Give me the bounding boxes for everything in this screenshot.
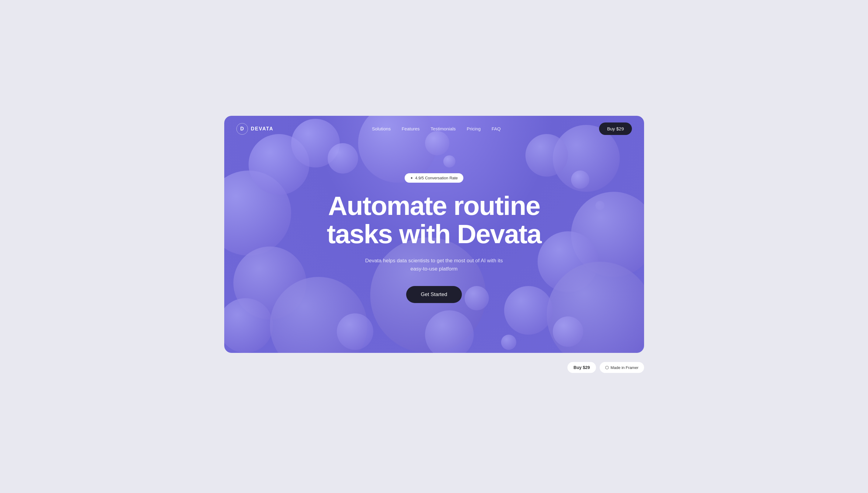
framer-badge: ⬡ Made in Framer: [600, 362, 644, 373]
logo-area: D DEVATA: [236, 123, 274, 135]
framer-icon: ⬡: [605, 365, 609, 370]
hero-subtitle: Devata helps data scientists to get the …: [361, 257, 507, 273]
logo-text: DEVATA: [251, 126, 274, 132]
hero-title: Automate routine tasks with Devata: [327, 192, 541, 248]
star-icon: ✦: [410, 176, 413, 180]
nav-item-pricing[interactable]: Pricing: [467, 126, 481, 132]
hero-card: D DEVATA Solutions Features Testimonials…: [224, 116, 644, 353]
badge-text: 4.9/5 Conversation Rate: [415, 176, 458, 180]
bottom-bar: Buy $29 ⬡ Made in Framer: [224, 358, 644, 377]
framer-label: Made in Framer: [611, 365, 639, 370]
logo-icon: D: [236, 123, 248, 135]
hero-content: ✦ 4.9/5 Conversation Rate Automate routi…: [224, 142, 644, 353]
nav-item-solutions[interactable]: Solutions: [372, 126, 391, 132]
nav-links: Solutions Features Testimonials Pricing …: [372, 126, 501, 132]
hero-title-line1: Automate routine: [328, 191, 540, 221]
rating-badge: ✦ 4.9/5 Conversation Rate: [405, 173, 463, 183]
bottom-buy-button[interactable]: Buy $29: [567, 362, 596, 373]
nav-item-features[interactable]: Features: [402, 126, 420, 132]
navbar: D DEVATA Solutions Features Testimonials…: [224, 116, 644, 142]
nav-item-testimonials[interactable]: Testimonials: [430, 126, 456, 132]
page-wrapper: D DEVATA Solutions Features Testimonials…: [224, 116, 644, 377]
hero-cta-button[interactable]: Get Started: [406, 286, 462, 303]
hero-title-line2: tasks with Devata: [327, 219, 541, 249]
nav-item-faq[interactable]: FAQ: [492, 126, 501, 132]
nav-buy-button[interactable]: Buy $29: [599, 123, 632, 135]
